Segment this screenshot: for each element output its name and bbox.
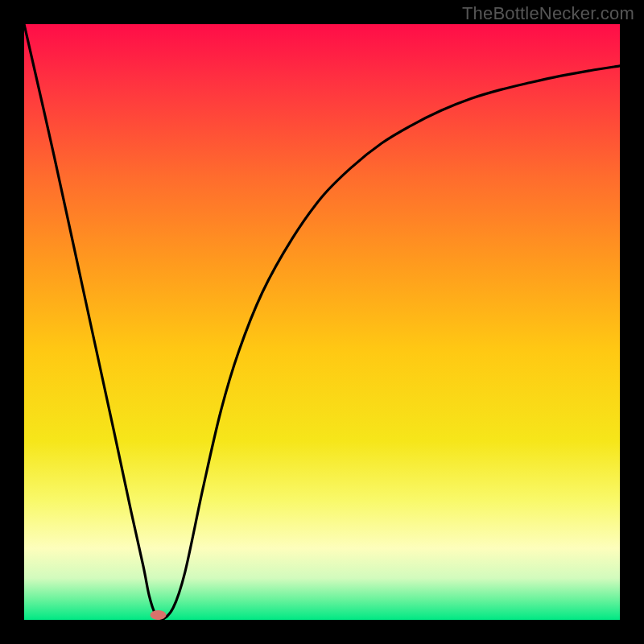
- chart-svg: [24, 24, 620, 620]
- plot-area: [24, 24, 620, 620]
- watermark-text: TheBottleNecker.com: [462, 3, 634, 24]
- gradient-background: [24, 24, 620, 620]
- minimum-marker: [151, 610, 167, 620]
- chart-frame: TheBottleNecker.com: [0, 0, 644, 644]
